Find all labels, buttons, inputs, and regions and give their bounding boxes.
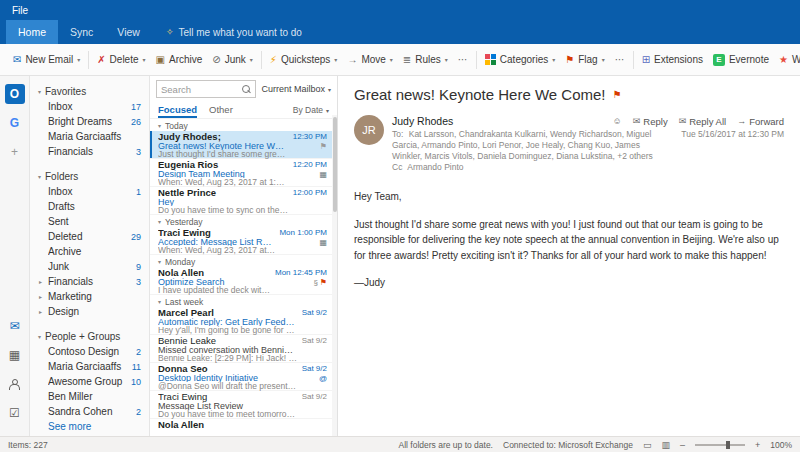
email-sender: Eugenia Rios xyxy=(158,160,289,170)
calendar-module-icon[interactable]: ▦ xyxy=(3,343,27,367)
chevron-down-icon: ▾ xyxy=(445,56,448,63)
reply-all-button[interactable]: ✉Reply All xyxy=(679,116,727,127)
folder-item-see-more[interactable]: See more xyxy=(30,419,149,434)
mailbox-selector[interactable]: Current Mailbox ▾ xyxy=(261,84,331,94)
folder-item-drafts[interactable]: Drafts xyxy=(30,199,149,214)
chevron-down-icon: ▾ xyxy=(38,88,41,95)
email-list-item[interactable]: Traci EwingMessage List ReviewDo you hav… xyxy=(150,391,337,419)
wunderlist-button[interactable]: ★Wunderlist xyxy=(774,50,800,69)
folder-item-sandra-cohen[interactable]: Sandra Cohen2 xyxy=(30,404,149,419)
layout-normal-icon[interactable]: ▭ xyxy=(643,440,652,450)
zoom-out-button[interactable]: – xyxy=(680,440,685,450)
group-header-yesterday[interactable]: ▾Yesterday xyxy=(150,215,337,227)
folder-section-header[interactable]: ▾Favorites xyxy=(30,84,149,99)
folder-item-sent[interactable]: Sent xyxy=(30,214,149,229)
folder-pane: ▾FavoritesInbox17Bright Dreams26Maria Ga… xyxy=(30,76,150,436)
forward-button[interactable]: →Forward xyxy=(737,116,784,127)
folder-item-ben-miller[interactable]: Ben Miller xyxy=(30,389,149,404)
email-list-item[interactable]: Donna SeoDesktop Identity Initiative@Don… xyxy=(150,363,337,391)
sort-selector[interactable]: By Date ▾ xyxy=(293,105,329,115)
folder-item-inbox[interactable]: Inbox17 xyxy=(30,99,149,114)
folder-item-financials[interactable]: ▸Financials3 xyxy=(30,274,149,289)
group-header-last-week[interactable]: ▾Last week xyxy=(150,295,337,307)
folder-item-label: Maria Garciaaffs xyxy=(48,361,128,372)
message-list-scrollbar[interactable] xyxy=(332,115,337,436)
email-time: 12:00 PM xyxy=(293,188,327,198)
outlook-logo[interactable]: O xyxy=(3,82,27,106)
folder-item-deleted[interactable]: Deleted29 xyxy=(30,229,149,244)
recipients[interactable]: Kat Larsson, Chandrakanta Kulkarni, Wend… xyxy=(392,129,653,161)
rules-button[interactable]: ≣Rules▾ xyxy=(398,50,453,69)
folder-section-header[interactable]: ▾Folders xyxy=(30,169,149,184)
group-header-monday[interactable]: ▾Monday xyxy=(150,255,337,267)
folder-item-maria-garciaaffs[interactable]: Maria Garciaaffs11 xyxy=(30,359,149,374)
quicksteps-button[interactable]: ⚡Quicksteps▾ xyxy=(265,50,343,69)
email-list-item[interactable]: Nettle PrinceHeyDo you have time to sync… xyxy=(150,187,337,215)
extensions-button[interactable]: ⊞Extensions xyxy=(637,50,708,69)
email-list-item[interactable]: Nola AllenOptimize SearchI have updated … xyxy=(150,267,337,295)
chevron-right-icon: ▸ xyxy=(39,293,42,300)
evernote-button[interactable]: EEvernote xyxy=(708,50,774,70)
overflow-button[interactable]: ⋯ xyxy=(453,51,473,69)
folder-item-marketing[interactable]: ▸Marketing xyxy=(30,289,149,304)
zoom-slider-thumb[interactable] xyxy=(726,441,730,449)
unread-count: 29 xyxy=(131,232,141,242)
search-icon[interactable] xyxy=(242,85,251,94)
google-account-icon[interactable]: G xyxy=(3,111,27,135)
group-header-today[interactable]: ▾Today xyxy=(150,119,337,131)
search-input[interactable]: Search xyxy=(156,80,256,98)
email-list-item[interactable]: Judy Rhodes;Great news! Keynote Here We … xyxy=(150,131,337,159)
tab-view[interactable]: View xyxy=(105,20,152,44)
scrollbar-thumb[interactable] xyxy=(333,117,337,212)
folder-item-label: Marketing xyxy=(48,291,141,302)
email-list-item[interactable]: Traci EwingAccepted: Message List Rendez… xyxy=(150,227,337,255)
zoom-in-button[interactable]: + xyxy=(755,440,760,450)
folder-section-header[interactable]: ▾People + Groups xyxy=(30,329,149,344)
tab-sync[interactable]: Sync xyxy=(58,20,105,44)
email-list-item[interactable]: Marcel PearlAutomatic reply: Get Early F… xyxy=(150,307,337,335)
flag-button[interactable]: ⚑Flag▾ xyxy=(560,50,609,69)
folder-item-archive[interactable]: Archive xyxy=(30,244,149,259)
folder-item-contoso-design[interactable]: Contoso Design2 xyxy=(30,344,149,359)
chevron-down-icon: ▾ xyxy=(158,258,161,265)
delete-button[interactable]: ✗Delete▾ xyxy=(92,50,150,69)
reply-button[interactable]: ✉Reply xyxy=(633,116,668,127)
tab-focused[interactable]: Focused xyxy=(158,102,197,118)
chevron-down-icon: ▾ xyxy=(334,56,337,63)
new-email-button[interactable]: ✉New Email▾ xyxy=(8,50,85,69)
layout-reading-icon[interactable]: ▥ xyxy=(661,440,670,450)
people-module-icon[interactable] xyxy=(3,372,27,396)
email-list-item[interactable]: Nola Allen xyxy=(150,419,337,436)
folder-item-financials[interactable]: Financials3 xyxy=(30,144,149,159)
tellme-box[interactable]: ✧ Tell me what you want to do xyxy=(166,20,302,44)
email-time: Sat 9/2 xyxy=(302,336,327,346)
new-email-icon: ✉ xyxy=(13,55,21,65)
connection-status: Connected to: Microsoft Exchange xyxy=(503,440,633,450)
folder-item-maria-garciaaffs[interactable]: Maria Garciaaffs xyxy=(30,129,149,144)
sender-name[interactable]: Judy Rhodes xyxy=(392,115,453,127)
sender-avatar[interactable]: JR xyxy=(354,115,384,145)
file-tab[interactable]: File xyxy=(12,5,28,16)
tab-home[interactable]: Home xyxy=(6,20,58,44)
email-list-item[interactable]: Eugenia RiosDesign Team MeetingWhen: Wed… xyxy=(150,159,337,187)
folder-item-design[interactable]: ▸Design xyxy=(30,304,149,319)
archive-button[interactable]: ▣Archive xyxy=(151,50,208,69)
tasks-module-icon[interactable]: ☑ xyxy=(3,401,27,425)
junk-button[interactable]: ⊘Junk▾ xyxy=(207,50,258,69)
email-list-item[interactable]: Bennie LeakeMissed conversation with Ben… xyxy=(150,335,337,363)
add-account-button[interactable]: + xyxy=(3,140,27,164)
folder-item-inbox[interactable]: Inbox1 xyxy=(30,184,149,199)
categories-button[interactable]: Categories▾ xyxy=(480,50,560,69)
zoom-level[interactable]: 100% xyxy=(770,440,792,450)
zoom-slider[interactable] xyxy=(695,444,745,446)
reply-icon: ✉ xyxy=(633,116,641,126)
tab-other[interactable]: Other xyxy=(209,102,233,118)
cc-recipients[interactable]: Armando Pinto xyxy=(407,162,463,172)
overflow-button[interactable]: ⋯ xyxy=(610,51,630,69)
like-button[interactable]: ☺ xyxy=(613,116,622,126)
folder-item-junk[interactable]: Junk9 xyxy=(30,259,149,274)
folder-item-bright-dreams[interactable]: Bright Dreams26 xyxy=(30,114,149,129)
move-button[interactable]: →Move▾ xyxy=(342,50,397,69)
mail-module-icon[interactable]: ✉ xyxy=(3,314,27,338)
folder-item-awesome-group[interactable]: Awesome Group10 xyxy=(30,374,149,389)
